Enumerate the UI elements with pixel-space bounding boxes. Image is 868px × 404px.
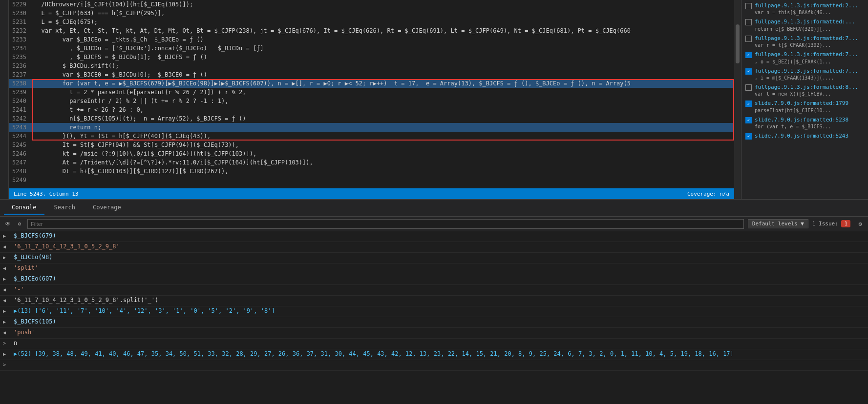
console-line-4[interactable]: ▶$_BJCEo(607) <box>0 274 868 285</box>
tab-console[interactable]: Console <box>4 201 44 215</box>
console-arrow-11[interactable]: ▶ <box>3 351 6 357</box>
line-number-5231: 5231 <box>9 19 32 25</box>
console-arrow-3[interactable]: ◀ <box>3 265 6 271</box>
console-arrow-9[interactable]: ◀ <box>3 330 6 335</box>
default-levels-dropdown[interactable]: Default levels ▼ <box>748 219 808 228</box>
tab-coverage[interactable]: Coverage <box>85 201 129 215</box>
console-arrow-8[interactable]: ▶ <box>3 319 6 324</box>
checkbox-3[interactable]: ✓ <box>745 52 752 58</box>
line-number-5238: 5238 <box>9 80 32 87</box>
scrollbar-thumb[interactable] <box>736 24 740 63</box>
console-arrow-6[interactable]: ◀ <box>3 298 6 303</box>
filter-input[interactable] <box>27 219 744 229</box>
right-panel-item-0[interactable]: fullpage.9.1.3.js:formatted:2...var n = … <box>741 1 868 17</box>
code-line-5238[interactable]: 5238 for (var t, e = ▶$_BJCFS(679)[▶$_BJ… <box>9 79 734 88</box>
right-item-text-0: fullpage.9.1.3.js:formatted:2...var n = … <box>755 2 858 16</box>
console-arrow-2[interactable]: ▶ <box>3 255 6 260</box>
right-item-filename-8: slide.7.9.0.js:formatted:5243 <box>755 132 848 140</box>
console-line-7[interactable]: ▶▶(13) ['6', '11', '7', '10', '4', '12',… <box>0 306 868 317</box>
checkbox-8[interactable]: ✓ <box>745 133 752 140</box>
line-number-5245: 5245 <box>9 141 32 148</box>
code-line-5229[interactable]: 5229 /UCbrowser/i[$_CJFt(104)](ht[$_CJEq… <box>9 0 734 9</box>
code-line-5245[interactable]: 5245 It = St[$_CJFP(94)] && St[$_CJFP(94… <box>9 141 734 149</box>
right-panel-item-8[interactable]: ✓slide.7.9.0.js:formatted:5243 <box>741 131 868 141</box>
console-arrow-5[interactable]: ◀ <box>3 287 6 292</box>
code-line-5241[interactable]: 5241 t += r < 26 ? 26 : 0, <box>9 105 734 114</box>
code-line-5244[interactable]: 5244 }(), Yt = (St = h[$_CJFP(40)]($_CJE… <box>9 132 734 141</box>
console-text-2: $_BJCEo(98) <box>14 254 52 261</box>
console-arrow-10[interactable]: > <box>3 341 6 346</box>
scrollbar-track[interactable] <box>734 0 741 199</box>
right-panel-item-7[interactable]: ✓slide.7.9.0.js:formatted:5238for (var t… <box>741 115 868 131</box>
checkbox-2[interactable] <box>745 36 752 42</box>
right-panel-item-4[interactable]: ✓fullpage.9.1.3.js:formatted:7..., i = m… <box>741 66 868 82</box>
code-line-5233[interactable]: 5233 var $_BJCEo = _tkts.$_Ch $_BJCEo = … <box>9 35 734 44</box>
code-line-5236[interactable]: 5236 $_BJCDu.shift(); <box>9 61 734 70</box>
console-line-11[interactable]: ▶▶(52) [39, 38, 48, 49, 41, 40, 46, 47, … <box>0 349 868 360</box>
eye-icon[interactable]: 👁 <box>4 220 12 228</box>
line-number-5249: 5249 <box>9 177 32 183</box>
code-line-5240[interactable]: 5240 parseInt(r / 2) % 2 || (t += r % 2 … <box>9 97 734 105</box>
code-line-5232[interactable]: 5232 var xt, Et, Ct, St, Tt, kt, At, Dt,… <box>9 26 734 35</box>
right-panel-item-5[interactable]: fullpage.9.1.3.js:formatted:8...var t = … <box>741 82 868 99</box>
code-line-5242[interactable]: 5242 n[$_BJCFS(105)](t); n = Array(52), … <box>9 114 734 123</box>
right-item-text-4: fullpage.9.1.3.js:formatted:7..., i = m[… <box>755 67 858 81</box>
line-content-5247: At = /Trident\/[\d](?=[^\?]+).*rv:11.0/i… <box>32 159 734 166</box>
settings-icon[interactable]: ⚙ <box>856 220 864 228</box>
right-panel-item-3[interactable]: ✓fullpage.9.1.3.js:formatted:7..., o = $… <box>741 50 868 66</box>
console-line-12[interactable]: > <box>0 360 868 371</box>
console-line-10[interactable]: >n <box>0 339 868 349</box>
code-line-5243[interactable]: 5243 return n; <box>9 123 734 132</box>
console-line-8[interactable]: ▶$_BJCFS(105) <box>0 317 868 328</box>
right-panel: fullpage.9.1.3.js:formatted:2...var n = … <box>741 0 868 199</box>
line-content-5232: var xt, Et, Ct, St, Tt, kt, At, Dt, Mt, … <box>32 27 734 34</box>
code-line-5239[interactable]: 5239 t = 2 * parseInt(e[parseInt(r % 26 … <box>9 88 734 97</box>
right-item-preview-7: for (var t, e = $_BJCFS... <box>755 123 848 130</box>
console-line-1[interactable]: ◀'6_11_7_10_4_12_3_1_0_5_2_9_8' <box>0 242 868 253</box>
console-arrow-4[interactable]: ▶ <box>3 276 6 282</box>
right-panel-item-1[interactable]: fullpage.9.1.3.js:formatted:...return e[… <box>741 17 868 33</box>
checkbox-5[interactable] <box>745 84 752 91</box>
right-item-text-1: fullpage.9.1.3.js:formatted:...return e[… <box>755 18 855 32</box>
code-line-5249[interactable]: 5249 <box>9 176 734 184</box>
code-line-5246[interactable]: 5246 kt = /msie (?:9|10)\.0/i[$_CJFP(164… <box>9 149 734 158</box>
checkbox-4[interactable]: ✓ <box>745 68 752 75</box>
console-line-9[interactable]: ◀'push' <box>0 328 868 339</box>
code-line-5234[interactable]: 5234 , $_BJCDu = ['$_BJCHx'].concat($_BJ… <box>9 44 734 53</box>
console-line-6[interactable]: ◀'6_11_7_10_4_12_3_1_0_5_2_9_8'.split('_… <box>0 296 868 306</box>
code-line-5231[interactable]: 5231 L = $_CJEq(675); <box>9 18 734 26</box>
console-line-5[interactable]: ◀'-' <box>0 285 868 296</box>
code-line-5230[interactable]: 5230 E = $_CJFP(633) === h[$_CJFP(295)], <box>9 9 734 18</box>
line-number-5246: 5246 <box>9 150 32 157</box>
right-panel-item-2[interactable]: fullpage.9.1.3.js:formatted:7...var r = … <box>741 34 868 50</box>
code-line-5247[interactable]: 5247 At = /Trident\/[\d](?=[^\?]+).*rv:1… <box>9 158 734 167</box>
console-line-0[interactable]: ▶$_BJCFS(679) <box>0 231 868 242</box>
right-panel-item-6[interactable]: ✓slide.7.9.0.js:formatted:1799parseFloat… <box>741 99 868 115</box>
console-content[interactable]: ▶$_BJCFS(679)◀'6_11_7_10_4_12_3_1_0_5_2_… <box>0 231 868 404</box>
line-number-5235: 5235 <box>9 54 32 61</box>
line-content-5229: /UCbrowser/i[$_CJFt(104)](ht[$_CJEq(105)… <box>32 1 734 8</box>
checkbox-7[interactable]: ✓ <box>745 117 752 123</box>
checkbox-1[interactable] <box>745 19 752 25</box>
checkbox-6[interactable]: ✓ <box>745 101 752 107</box>
console-line-3[interactable]: ◀'split' <box>0 263 868 274</box>
console-arrow-0[interactable]: ▶ <box>3 233 6 239</box>
code-line-5248[interactable]: 5248 Dt = h+[$_CJRD(103)][$_CJRD(127)][$… <box>9 167 734 176</box>
block-icon[interactable]: ⊘ <box>16 220 23 228</box>
line-number-5234: 5234 <box>9 45 32 52</box>
right-item-text-7: slide.7.9.0.js:formatted:5238for (var t,… <box>755 116 848 130</box>
console-line-2[interactable]: ▶$_BJCEo(98) <box>0 253 868 263</box>
line-content-5237: var $_B3CE0 = $_BJCDu[0]; $_B3CE0 = ƒ () <box>32 71 734 78</box>
code-line-5237[interactable]: 5237 var $_B3CE0 = $_BJCDu[0]; $_B3CE0 =… <box>9 70 734 79</box>
checkbox-0[interactable] <box>745 3 752 9</box>
right-item-filename-3: fullpage.9.1.3.js:formatted:7... <box>755 51 858 58</box>
console-arrow-12[interactable]: > <box>3 362 6 367</box>
console-arrow-1[interactable]: ◀ <box>3 244 6 249</box>
code-line-5235[interactable]: 5235 , $_BJCFS = $_BJCDu[1]; $_BJCFS = ƒ… <box>9 53 734 61</box>
console-arrow-7[interactable]: ▶ <box>3 308 6 314</box>
tab-search[interactable]: Search <box>46 201 83 215</box>
line-content-5238: for (var t, e = ▶$_BJCFS(679)[▶$_BJCEo(9… <box>32 80 734 87</box>
code-lines[interactable]: 5229 /UCbrowser/i[$_CJFt(104)](ht[$_CJEq… <box>9 0 734 188</box>
console-text-8: $_BJCFS(105) <box>14 318 56 325</box>
line-number-5240: 5240 <box>9 98 32 104</box>
